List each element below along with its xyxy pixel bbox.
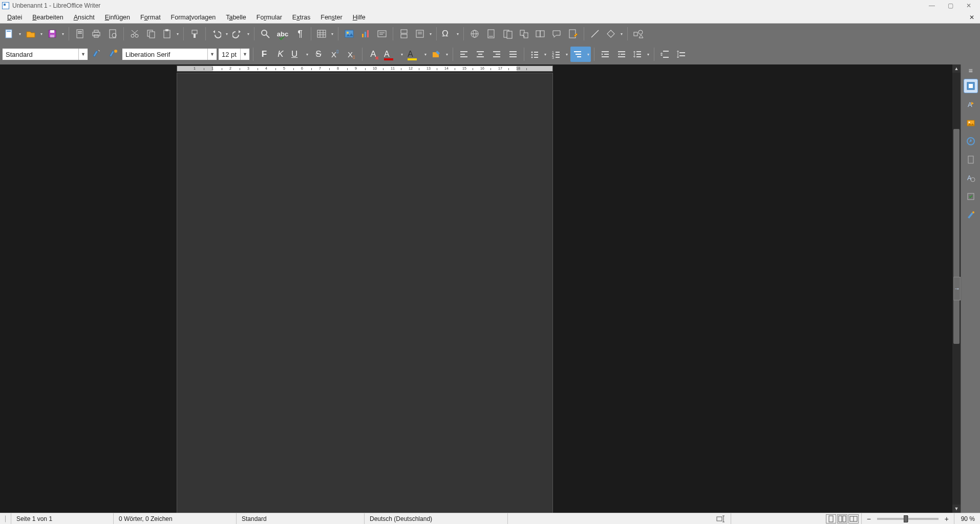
insert-chart-button[interactable]: [358, 26, 373, 41]
sidebar-properties-button[interactable]: [964, 79, 978, 93]
document-scroll-area[interactable]: [0, 73, 952, 513]
align-left-button[interactable]: [456, 47, 472, 62]
open-button[interactable]: [24, 26, 44, 41]
insert-footnote-button[interactable]: [483, 26, 499, 41]
save-button[interactable]: [45, 26, 66, 41]
zoom-percent-label[interactable]: 90 %: [961, 515, 975, 522]
menu-ansicht[interactable]: Ansicht: [69, 11, 100, 23]
bold-button[interactable]: F: [257, 47, 272, 62]
sidebar-page-button[interactable]: [964, 152, 978, 167]
increase-para-spacing-button[interactable]: [657, 47, 673, 62]
print-button[interactable]: [89, 26, 104, 41]
align-right-button[interactable]: [489, 47, 504, 62]
clone-formatting-button[interactable]: [187, 26, 202, 41]
insert-field-button[interactable]: [413, 26, 433, 41]
maximize-button[interactable]: ▢: [941, 0, 960, 11]
insert-cross-reference-button[interactable]: [516, 26, 531, 41]
sidebar-style-inspector-button[interactable]: A: [964, 171, 978, 185]
zoom-in-button[interactable]: +: [943, 515, 951, 523]
horizontal-ruler[interactable]: 1123456789101112131415161718: [0, 64, 952, 73]
zoom-out-button[interactable]: −: [865, 515, 873, 523]
close-document-button[interactable]: ✕: [966, 11, 978, 24]
sidebar-styles-button[interactable]: A: [964, 97, 978, 112]
sidebar-navigator-button[interactable]: [964, 134, 978, 148]
save-status-icon[interactable]: [0, 513, 11, 524]
single-page-view-button[interactable]: [826, 514, 836, 523]
undo-button[interactable]: [209, 26, 229, 41]
insert-mode-cell[interactable]: [508, 513, 731, 524]
new-button[interactable]: [2, 26, 23, 41]
zoom-slider[interactable]: [877, 518, 939, 520]
page-number-cell[interactable]: Seite 1 von 1: [11, 513, 114, 524]
compare-document-button[interactable]: [532, 26, 548, 41]
menu-fenster[interactable]: Fenster: [315, 11, 347, 23]
paragraph-style-combo[interactable]: Standard ▼: [2, 48, 88, 60]
page-1[interactable]: [177, 73, 553, 513]
increase-indent-button[interactable]: [598, 47, 613, 62]
align-center-button[interactable]: [473, 47, 488, 62]
insert-line-button[interactable]: [587, 26, 603, 41]
subscript-button[interactable]: X▯: [344, 47, 359, 62]
update-style-button[interactable]: [89, 47, 104, 62]
sidebar-accessibility-button[interactable]: [964, 208, 978, 222]
insert-hyperlink-button[interactable]: [467, 26, 482, 41]
decrease-indent-button[interactable]: [614, 47, 629, 62]
insert-comment-button[interactable]: [549, 26, 564, 41]
new-style-button[interactable]: [105, 47, 121, 62]
multi-page-view-button[interactable]: [837, 514, 847, 523]
menu-einfuegen[interactable]: Einfügen: [100, 11, 135, 23]
insert-table-button[interactable]: [314, 26, 335, 41]
word-count-cell[interactable]: 0 Wörter, 0 Zeichen: [114, 513, 237, 524]
menu-format[interactable]: Format: [135, 11, 166, 23]
outline-button[interactable]: [570, 47, 591, 62]
sidebar-manage-changes-button[interactable]: [964, 189, 978, 204]
chevron-down-icon[interactable]: ▼: [240, 49, 249, 60]
number-list-button[interactable]: 123: [549, 47, 569, 62]
print-preview-button[interactable]: [105, 26, 120, 41]
insert-image-button[interactable]: [342, 26, 357, 41]
copy-button[interactable]: [143, 26, 159, 41]
formatting-marks-button[interactable]: ¶: [292, 26, 308, 41]
font-name-combo[interactable]: Liberation Serif ▼: [122, 48, 217, 60]
scroll-down-arrow-icon[interactable]: ▼: [952, 505, 961, 513]
menu-bearbeiten[interactable]: Bearbeiten: [27, 11, 68, 23]
line-spacing-button[interactable]: [630, 47, 651, 62]
superscript-button[interactable]: X▯: [327, 47, 343, 62]
font-color-button[interactable]: A: [382, 47, 404, 62]
decrease-para-spacing-button[interactable]: [674, 47, 689, 62]
insert-special-char-button[interactable]: Ω: [440, 26, 460, 41]
show-draw-functions-button[interactable]: [631, 26, 646, 41]
align-justify-button[interactable]: [505, 47, 521, 62]
highlight-color-button[interactable]: A: [406, 47, 428, 62]
close-button[interactable]: ✕: [960, 0, 978, 11]
menu-hilfe[interactable]: Hilfe: [348, 11, 371, 23]
insert-textbox-button[interactable]: [374, 26, 390, 41]
insert-page-break-button[interactable]: [396, 26, 412, 41]
minimize-button[interactable]: —: [923, 0, 941, 11]
menu-tabelle[interactable]: Tabelle: [221, 11, 251, 23]
track-changes-button[interactable]: [565, 26, 581, 41]
page-style-cell[interactable]: Standard: [237, 513, 365, 524]
chevron-down-icon[interactable]: ▼: [207, 49, 217, 60]
underline-button[interactable]: U: [289, 47, 310, 62]
redo-button[interactable]: [230, 26, 251, 41]
basic-shapes-button[interactable]: [604, 26, 624, 41]
scroll-thumb[interactable]: [953, 129, 960, 344]
cut-button[interactable]: [127, 26, 142, 41]
italic-button[interactable]: K: [273, 47, 288, 62]
paste-button[interactable]: [160, 26, 180, 41]
scroll-up-arrow-icon[interactable]: ▲: [952, 64, 961, 73]
export-pdf-button[interactable]: [72, 26, 88, 41]
sidebar-expand-handle[interactable]: →: [953, 277, 961, 300]
language-cell[interactable]: Deutsch (Deutschland): [365, 513, 508, 524]
menu-datei[interactable]: Datei: [2, 11, 27, 23]
book-view-button[interactable]: [848, 514, 859, 523]
chevron-down-icon[interactable]: ▼: [78, 49, 88, 60]
strikethrough-button[interactable]: S: [311, 47, 326, 62]
clear-formatting-button[interactable]: A✖: [366, 47, 381, 62]
spellcheck-button[interactable]: abc: [274, 26, 291, 41]
bullet-list-button[interactable]: [527, 47, 548, 62]
find-replace-button[interactable]: [258, 26, 273, 41]
font-size-combo[interactable]: 12 pt ▼: [218, 48, 250, 60]
menu-formatvorlagen[interactable]: Formatvorlagen: [166, 11, 221, 23]
